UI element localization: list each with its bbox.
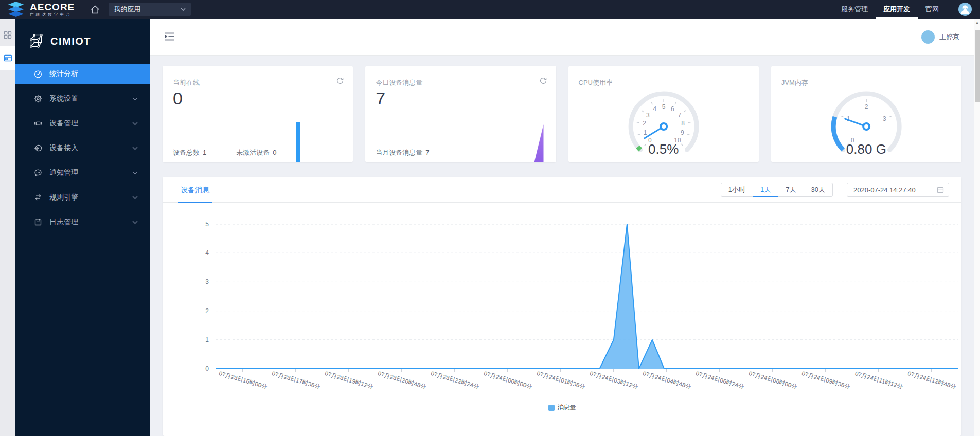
device-message-chart: 01234507月23日16时00分07月23日17时36分07月23日19时1… bbox=[163, 208, 961, 436]
svg-text:07月24日06时24分: 07月24日06时24分 bbox=[695, 370, 745, 390]
scrollbar-thumb[interactable] bbox=[975, 30, 980, 102]
sidebar-item-notification[interactable]: 通知管理 bbox=[15, 162, 150, 183]
footer-value: 0 bbox=[273, 149, 276, 156]
card-current-online: 当前在线 0 设备总数1 未激活设备0 bbox=[163, 66, 353, 162]
svg-text:07月24日00时00分: 07月24日00时00分 bbox=[483, 370, 533, 390]
sidebar-item-label: 规则引擎 bbox=[49, 193, 78, 202]
app-rail bbox=[0, 19, 15, 436]
dashboard-icon bbox=[34, 70, 42, 78]
footer-label: 设备总数 bbox=[173, 149, 200, 156]
card-today-messages: 今日设备消息量 7 当月设备消息量7 bbox=[365, 66, 556, 162]
svg-text:07月24日01时36分: 07月24日01时36分 bbox=[536, 370, 586, 390]
header-user[interactable]: 王婷京 bbox=[921, 30, 959, 44]
top-nav-service[interactable]: 服务管理 bbox=[833, 0, 876, 19]
datetime-value: 2020-07-24 14:27:40 bbox=[853, 186, 916, 194]
panel-head: 设备消息 1小时 1天 7天 30天 2020-07-24 14:27:40 bbox=[163, 177, 961, 203]
sidebar-item-label: 日志管理 bbox=[49, 217, 78, 227]
svg-text:3: 3 bbox=[205, 278, 209, 285]
rail-item-apps[interactable] bbox=[0, 24, 15, 46]
brand-name: AECORE bbox=[30, 2, 75, 12]
datetime-picker[interactable]: 2020-07-24 14:27:40 bbox=[847, 183, 949, 197]
sidebar-item-log-management[interactable]: 日志管理 bbox=[15, 212, 150, 232]
svg-text:07月23日19时12分: 07月23日19时12分 bbox=[324, 370, 374, 390]
user-avatar[interactable] bbox=[958, 3, 972, 16]
sidebar-item-label: 统计分析 bbox=[49, 69, 78, 79]
calendar-icon bbox=[937, 186, 944, 193]
log-icon bbox=[34, 218, 42, 226]
rules-icon bbox=[34, 193, 42, 202]
card-value: 0 bbox=[173, 88, 183, 108]
range-30days-button[interactable]: 30天 bbox=[804, 183, 833, 197]
svg-text:07月23日16时00分: 07月23日16时00分 bbox=[218, 370, 268, 390]
svg-text:07月24日04时48分: 07月24日04时48分 bbox=[642, 370, 692, 390]
chevron-down-icon bbox=[132, 171, 138, 175]
gauge-value: 0.80 G bbox=[771, 141, 961, 157]
sidebar-item-system-settings[interactable]: 系统设置 bbox=[15, 88, 150, 109]
scrollbar-up-arrow[interactable]: ▲ bbox=[974, 19, 980, 26]
user-name: 王婷京 bbox=[939, 32, 959, 42]
content-header: 王婷京 bbox=[150, 19, 974, 56]
gauge-value: 0.5% bbox=[568, 141, 759, 157]
mini-area-chart bbox=[534, 124, 544, 162]
avatar bbox=[921, 30, 935, 44]
sidebar-item-rule-engine[interactable]: 规则引擎 bbox=[15, 187, 150, 208]
card-footer: 设备总数1 未激活设备0 bbox=[173, 148, 276, 157]
svg-text:9: 9 bbox=[680, 129, 684, 136]
chevron-down-icon bbox=[132, 196, 138, 199]
rail-item-console[interactable] bbox=[0, 46, 15, 70]
vertical-scrollbar[interactable]: ▲ bbox=[974, 19, 980, 436]
svg-text:07月23日17时36分: 07月23日17时36分 bbox=[271, 370, 321, 390]
product-name: CIMIOT bbox=[50, 35, 91, 47]
device-icon bbox=[34, 119, 42, 128]
gear-icon bbox=[34, 95, 42, 103]
top-nav-website[interactable]: 官网 bbox=[918, 0, 947, 19]
footer-label: 当月设备消息量 bbox=[376, 149, 422, 156]
chart-legend[interactable]: 消息量 bbox=[163, 403, 961, 412]
refresh-icon[interactable] bbox=[540, 77, 547, 84]
svg-text:5: 5 bbox=[205, 221, 209, 228]
sidebar-item-device-access[interactable]: 设备接入 bbox=[15, 138, 150, 158]
svg-text:1: 1 bbox=[205, 336, 209, 343]
svg-text:4: 4 bbox=[653, 105, 656, 113]
product-logo: CIMIOT bbox=[15, 19, 150, 64]
divider bbox=[950, 6, 950, 13]
top-nav-app-dev[interactable]: 应用开发 bbox=[876, 0, 918, 19]
range-7days-button[interactable]: 7天 bbox=[778, 183, 804, 197]
home-icon[interactable] bbox=[90, 5, 100, 14]
range-1day-button[interactable]: 1天 bbox=[753, 183, 778, 197]
svg-text:07月23日22时24分: 07月23日22时24分 bbox=[430, 370, 480, 390]
connect-icon bbox=[34, 144, 42, 152]
chevron-down-icon bbox=[132, 147, 138, 150]
legend-label: 消息量 bbox=[558, 403, 576, 412]
main-content: 王婷京 当前在线 0 设备总数1 未激活设备0 今日设备消息量 bbox=[150, 19, 974, 436]
chevron-down-icon bbox=[132, 221, 138, 224]
svg-text:4: 4 bbox=[205, 249, 209, 257]
svg-text:2: 2 bbox=[205, 307, 209, 315]
sidebar-item-label: 设备接入 bbox=[49, 143, 78, 153]
device-message-panel: 设备消息 1小时 1天 7天 30天 2020-07-24 14:27:40 0… bbox=[163, 177, 961, 436]
app-select[interactable]: 我的应用 bbox=[109, 3, 191, 16]
range-1hour-button[interactable]: 1小时 bbox=[721, 183, 753, 197]
footer-value: 1 bbox=[203, 149, 206, 156]
sidebar-item-device-management[interactable]: 设备管理 bbox=[15, 113, 150, 134]
sidebar-item-statistics[interactable]: 统计分析 bbox=[15, 64, 150, 84]
brand: AECORE 广联达数字中台 bbox=[0, 1, 75, 17]
mini-bar-chart bbox=[296, 122, 300, 162]
divider bbox=[376, 143, 495, 143]
svg-text:2: 2 bbox=[865, 103, 868, 111]
refresh-icon[interactable] bbox=[336, 77, 344, 84]
footer-label: 未激活设备 bbox=[236, 149, 270, 156]
legend-swatch bbox=[548, 405, 555, 411]
svg-text:07月24日08时00分: 07月24日08时00分 bbox=[748, 370, 798, 390]
divider bbox=[173, 143, 292, 143]
tab-device-messages[interactable]: 设备消息 bbox=[178, 177, 212, 203]
brand-subtitle: 广联达数字中台 bbox=[30, 13, 75, 17]
aecore-logo-icon bbox=[6, 1, 26, 17]
footer-value: 7 bbox=[425, 149, 429, 156]
cimiot-logo-icon bbox=[29, 33, 44, 49]
sidebar-menu: 统计分析 系统设置 设备管理 设备接入 bbox=[15, 64, 150, 232]
apps-grid-icon bbox=[4, 31, 12, 39]
svg-text:07月24日12时48分: 07月24日12时48分 bbox=[907, 370, 957, 390]
menu-fold-icon[interactable] bbox=[164, 31, 175, 42]
svg-text:7: 7 bbox=[678, 112, 681, 119]
